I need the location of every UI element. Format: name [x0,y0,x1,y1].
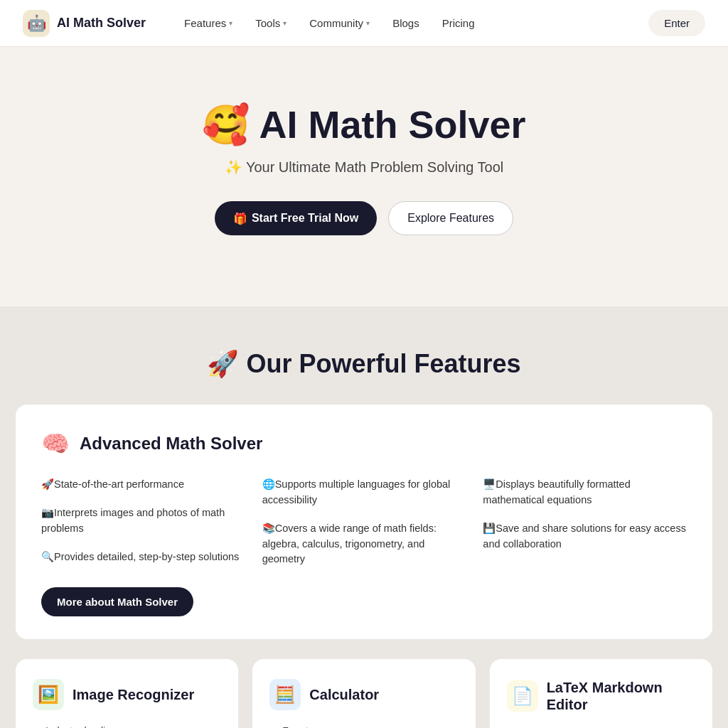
feature-item: 🔍Provides detailed, step-by-step solutio… [41,550,245,565]
hero-subtitle: ✨ Your Ultimate Math Problem Solving Too… [14,159,714,176]
feature-item: 🖥️Displays beautifully formatted mathema… [483,477,687,508]
hero-title-text: AI Math Solver [259,103,525,146]
more-about-math-solver-button[interactable]: More about Math Solver [41,587,193,616]
feature-item: 💾Save and share solutions for easy acces… [483,521,687,552]
nav-community[interactable]: Community ▾ [299,11,380,35]
latex-editor-card: 📄 LaTeX Markdown Editor Free to use Inst… [490,659,712,728]
image-recognizer-card: 🖼️ Image Recognizer Industry-leading acc… [16,659,238,728]
hero-title-emoji: 🥰 [202,103,250,146]
enter-button[interactable]: Enter [648,10,705,36]
hero-title: 🥰 AI Math Solver [14,104,714,146]
image-recognizer-icon: 🖼️ [33,679,64,710]
feature-col-2: 🌐Supports multiple languages for global … [262,477,466,567]
feature-item: 🚀State-of-the-art performance [41,477,245,493]
nav-tools[interactable]: Tools ▾ [245,11,296,35]
feature-col-1: 🚀State-of-the-art performance 📷Interpret… [41,477,245,567]
chevron-down-icon: ▾ [283,19,287,27]
mini-card-header: 🧮 Calculator [269,679,458,710]
features-grid: 🚀State-of-the-art performance 📷Interpret… [41,477,687,567]
brain-icon: 🧠 [41,430,70,457]
explore-features-button[interactable]: Explore Features [388,201,513,235]
nav-blogs[interactable]: Blogs [382,11,429,35]
nav-links: Features ▾ Tools ▾ Community ▾ Blogs Pri… [174,11,648,35]
list-item: Free to use [282,724,458,728]
trial-btn-emoji: 🎁 [233,212,247,225]
feature-item: 📚Covers a wide range of math fields: alg… [262,521,466,567]
latex-editor-title: LaTeX Markdown Editor [547,679,695,713]
latex-editor-icon: 📄 [507,680,538,712]
features-title: 🚀 Our Powerful Features [14,349,714,379]
calculator-card: 🧮 Calculator Free to use Instant results… [252,659,475,728]
calculator-icon: 🧮 [269,679,301,710]
image-recognizer-list: Industry-leading accuracy Detailed line-… [33,724,221,728]
list-item: Industry-leading accuracy [46,724,221,728]
hero-subtitle-text: Your Ultimate Math Problem Solving Tool [246,159,503,175]
feature-item: 📷Interprets images and photos of math pr… [41,505,245,537]
mini-cards-row: 🖼️ Image Recognizer Industry-leading acc… [16,659,712,728]
math-solver-card: 🧠 Advanced Math Solver 🚀State-of-the-art… [16,405,712,639]
calculator-title: Calculator [309,686,379,703]
chevron-down-icon: ▾ [366,19,370,27]
nav-features[interactable]: Features ▾ [174,11,242,35]
navbar: 🤖 AI Math Solver Features ▾ Tools ▾ Comm… [0,0,728,47]
chevron-down-icon: ▾ [229,19,232,27]
mini-card-header: 📄 LaTeX Markdown Editor [507,679,695,713]
logo-icon: 🤖 [23,10,50,37]
trial-btn-label: Start Free Trial Now [252,212,358,225]
card-header: 🧠 Advanced Math Solver [41,430,687,457]
hero-buttons: 🎁 Start Free Trial Now Explore Features [14,201,714,235]
start-trial-button[interactable]: 🎁 Start Free Trial Now [215,201,377,235]
math-solver-title: Advanced Math Solver [80,434,262,454]
feature-col-3: 🖥️Displays beautifully formatted mathema… [483,477,687,567]
calculator-list: Free to use Instant results for precise … [269,724,458,728]
features-title-text: Our Powerful Features [246,349,520,378]
logo-emoji: 🤖 [27,14,46,33]
logo-text: AI Math Solver [57,16,146,31]
hero-section: 🥰 AI Math Solver ✨ Your Ultimate Math Pr… [0,47,728,306]
features-title-emoji: 🚀 [207,349,239,378]
mini-card-header: 🖼️ Image Recognizer [33,679,221,710]
hero-subtitle-emoji: ✨ [225,159,242,175]
nav-pricing[interactable]: Pricing [432,11,485,35]
nav-logo[interactable]: 🤖 AI Math Solver [23,10,146,37]
features-section: 🚀 Our Powerful Features 🧠 Advanced Math … [0,306,728,728]
image-recognizer-title: Image Recognizer [73,686,194,703]
feature-item: 🌐Supports multiple languages for global … [262,477,466,508]
